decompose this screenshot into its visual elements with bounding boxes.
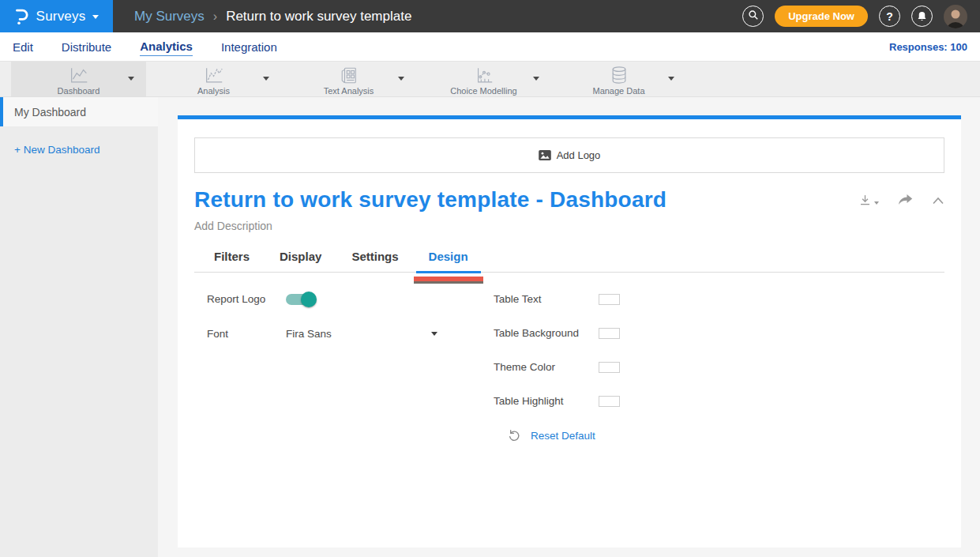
toolbar-text-analysis[interactable]: Text Analysis — [281, 62, 416, 96]
table-text-swatch[interactable] — [599, 294, 620, 305]
chevron-down-icon — [874, 201, 879, 205]
chevron-down-icon[interactable] — [668, 77, 674, 81]
line-chart-icon — [68, 66, 90, 85]
table-highlight-swatch[interactable] — [599, 396, 620, 407]
theme-color-swatch[interactable] — [599, 362, 620, 373]
toolbar-manage-data[interactable]: Manage Data — [551, 62, 686, 96]
responses-count[interactable]: Responses: 100 — [889, 41, 967, 53]
chevron-down-icon[interactable] — [263, 77, 269, 81]
upgrade-now-button[interactable]: Upgrade Now — [775, 6, 868, 27]
toolbar-item-label: Choice Modelling — [450, 86, 516, 96]
reset-default-button[interactable]: Reset Default — [508, 429, 620, 442]
topbar-actions: Upgrade Now ? — [742, 0, 980, 32]
report-logo-label: Report Logo — [207, 293, 286, 305]
download-button[interactable] — [858, 194, 879, 207]
dashboard-card: Add Logo Return to work survey template … — [178, 115, 961, 548]
tab-filters[interactable]: Filters — [214, 250, 250, 272]
toolbar-analysis[interactable]: Analysis — [146, 62, 281, 96]
table-background-label: Table Background — [494, 327, 599, 339]
questionpro-logo-icon — [14, 7, 29, 26]
share-button[interactable] — [898, 194, 913, 206]
scatter-chart-icon — [474, 66, 494, 85]
tab-display[interactable]: Display — [280, 250, 321, 272]
toolbar-item-label: Dashboard — [58, 86, 100, 96]
add-logo-label: Add Logo — [557, 149, 601, 161]
survey-nav: Edit Distribute Analytics Integration Re… — [0, 32, 980, 62]
breadcrumb-current: Return to work survey template — [226, 9, 411, 24]
toolbar-item-label: Text Analysis — [324, 86, 374, 96]
theme-color-label: Theme Color — [494, 361, 599, 373]
font-label: Font — [207, 328, 286, 340]
toolbar-item-label: Manage Data — [592, 86, 644, 96]
dashboard-settings-tabs: Filters Display Settings Design — [194, 250, 944, 273]
bell-icon — [917, 11, 927, 22]
table-background-swatch[interactable] — [599, 328, 620, 339]
user-avatar[interactable] — [944, 5, 967, 28]
add-description[interactable]: Add Description — [194, 220, 944, 232]
chevron-down-icon[interactable] — [533, 77, 539, 81]
search-icon — [748, 9, 759, 23]
dashboard-sidebar: My Dashboard + New Dashboard — [0, 97, 158, 557]
toggle-knob — [301, 292, 317, 307]
chevron-down-icon — [431, 332, 437, 336]
analytics-toolbar: Dashboard Analysis Text Analysis Choice … — [0, 62, 980, 97]
dashboard-actions — [858, 187, 944, 207]
help-button[interactable]: ? — [879, 6, 900, 27]
breadcrumb-my-surveys[interactable]: My Surveys — [134, 9, 205, 24]
image-icon — [539, 150, 551, 160]
breadcrumb: My Surveys › Return to work survey templ… — [134, 0, 411, 32]
chevron-down-icon[interactable] — [398, 77, 404, 81]
page-title: Return to work survey template - Dashboa… — [194, 187, 666, 213]
breadcrumb-separator: › — [213, 9, 217, 24]
active-tab-underline — [416, 271, 481, 273]
annotation-highlight — [414, 277, 483, 281]
font-dropdown[interactable]: Fira Sans — [286, 328, 437, 340]
chevron-down-icon[interactable] — [128, 77, 134, 81]
toolbar-dashboard[interactable]: Dashboard — [11, 62, 146, 96]
database-icon — [610, 66, 629, 85]
tab-settings[interactable]: Settings — [351, 250, 398, 272]
tab-edit[interactable]: Edit — [13, 39, 33, 55]
chevron-down-icon — [92, 15, 99, 19]
trend-chart-icon — [203, 66, 225, 85]
sidebar-item-label: My Dashboard — [14, 106, 86, 119]
tab-analytics[interactable]: Analytics — [140, 38, 193, 56]
report-logo-toggle[interactable] — [286, 294, 314, 305]
reset-default-label: Reset Default — [531, 430, 595, 442]
font-value: Fira Sans — [286, 328, 332, 340]
product-name: Surveys — [36, 9, 86, 24]
newspaper-icon — [340, 66, 359, 85]
tab-design-label: Design — [429, 250, 468, 263]
search-button[interactable] — [742, 6, 764, 27]
tab-integration[interactable]: Integration — [221, 39, 277, 55]
collapse-button[interactable] — [932, 197, 944, 205]
table-highlight-label: Table Highlight — [494, 395, 599, 407]
sidebar-item-my-dashboard[interactable]: My Dashboard — [0, 97, 158, 126]
design-settings-panel: Report Logo Font Fira Sans Table Text — [194, 293, 944, 442]
notifications-button[interactable] — [911, 6, 933, 27]
new-dashboard-button[interactable]: + New Dashboard — [14, 144, 158, 156]
product-switcher[interactable]: Surveys — [0, 0, 113, 32]
main-content: Add Logo Return to work survey template … — [158, 97, 980, 557]
add-logo-dropzone[interactable]: Add Logo — [194, 137, 944, 173]
tab-design[interactable]: Design — [429, 250, 468, 272]
table-text-label: Table Text — [494, 293, 599, 305]
tab-distribute[interactable]: Distribute — [62, 39, 111, 55]
toolbar-item-label: Analysis — [197, 86, 230, 96]
help-icon: ? — [886, 10, 893, 23]
reset-icon — [508, 429, 520, 442]
toolbar-choice-modelling[interactable]: Choice Modelling — [416, 62, 551, 96]
topbar: Surveys My Surveys › Return to work surv… — [0, 0, 980, 32]
